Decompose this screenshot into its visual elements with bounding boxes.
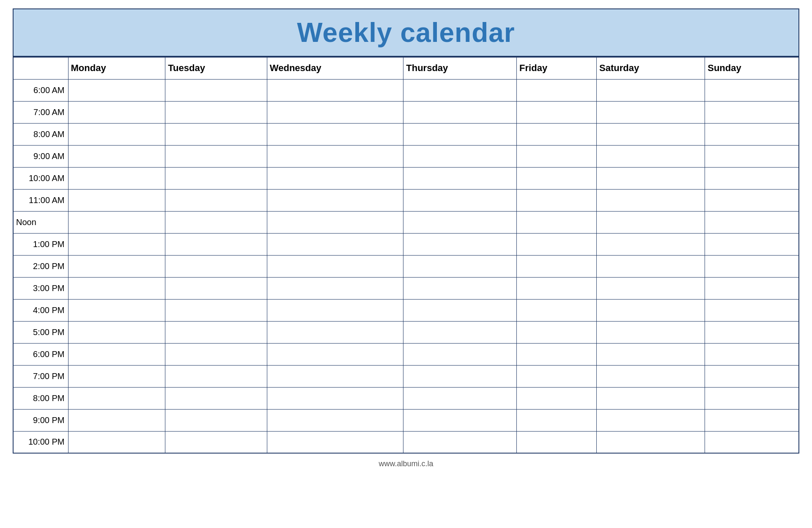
calendar-cell[interactable]: [403, 321, 517, 343]
calendar-cell[interactable]: [597, 189, 705, 211]
calendar-cell[interactable]: [517, 101, 597, 123]
calendar-cell[interactable]: [165, 343, 267, 365]
calendar-cell[interactable]: [68, 145, 165, 167]
calendar-cell[interactable]: [597, 299, 705, 321]
calendar-cell[interactable]: [705, 431, 799, 453]
calendar-cell[interactable]: [165, 277, 267, 299]
calendar-cell[interactable]: [68, 299, 165, 321]
calendar-cell[interactable]: [165, 167, 267, 189]
calendar-cell[interactable]: [165, 233, 267, 255]
calendar-cell[interactable]: [403, 387, 517, 409]
calendar-cell[interactable]: [597, 387, 705, 409]
calendar-cell[interactable]: [705, 321, 799, 343]
calendar-cell[interactable]: [517, 431, 597, 453]
calendar-cell[interactable]: [403, 365, 517, 387]
calendar-cell[interactable]: [403, 123, 517, 145]
calendar-cell[interactable]: [267, 211, 403, 233]
calendar-cell[interactable]: [267, 321, 403, 343]
calendar-cell[interactable]: [517, 343, 597, 365]
calendar-cell[interactable]: [267, 79, 403, 101]
calendar-cell[interactable]: [267, 299, 403, 321]
calendar-cell[interactable]: [267, 145, 403, 167]
calendar-cell[interactable]: [517, 233, 597, 255]
calendar-cell[interactable]: [165, 365, 267, 387]
calendar-cell[interactable]: [597, 277, 705, 299]
calendar-cell[interactable]: [517, 387, 597, 409]
calendar-cell[interactable]: [267, 343, 403, 365]
calendar-cell[interactable]: [267, 409, 403, 431]
calendar-cell[interactable]: [68, 79, 165, 101]
calendar-cell[interactable]: [267, 233, 403, 255]
calendar-cell[interactable]: [267, 387, 403, 409]
calendar-cell[interactable]: [705, 277, 799, 299]
calendar-cell[interactable]: [517, 211, 597, 233]
calendar-cell[interactable]: [267, 101, 403, 123]
calendar-cell[interactable]: [403, 167, 517, 189]
calendar-cell[interactable]: [517, 145, 597, 167]
calendar-cell[interactable]: [705, 387, 799, 409]
calendar-cell[interactable]: [165, 321, 267, 343]
calendar-cell[interactable]: [165, 189, 267, 211]
calendar-cell[interactable]: [705, 79, 799, 101]
calendar-cell[interactable]: [68, 101, 165, 123]
calendar-cell[interactable]: [165, 255, 267, 277]
calendar-cell[interactable]: [597, 365, 705, 387]
calendar-cell[interactable]: [517, 277, 597, 299]
calendar-cell[interactable]: [68, 343, 165, 365]
calendar-cell[interactable]: [68, 431, 165, 453]
calendar-cell[interactable]: [68, 409, 165, 431]
calendar-cell[interactable]: [165, 211, 267, 233]
calendar-cell[interactable]: [705, 211, 799, 233]
calendar-cell[interactable]: [165, 101, 267, 123]
calendar-cell[interactable]: [267, 431, 403, 453]
calendar-cell[interactable]: [705, 343, 799, 365]
calendar-cell[interactable]: [165, 409, 267, 431]
calendar-cell[interactable]: [705, 299, 799, 321]
calendar-cell[interactable]: [705, 101, 799, 123]
calendar-cell[interactable]: [267, 123, 403, 145]
calendar-cell[interactable]: [403, 101, 517, 123]
calendar-cell[interactable]: [267, 167, 403, 189]
calendar-cell[interactable]: [705, 409, 799, 431]
calendar-cell[interactable]: [597, 211, 705, 233]
calendar-cell[interactable]: [403, 255, 517, 277]
calendar-cell[interactable]: [517, 365, 597, 387]
calendar-cell[interactable]: [517, 189, 597, 211]
calendar-cell[interactable]: [68, 277, 165, 299]
calendar-cell[interactable]: [267, 365, 403, 387]
calendar-cell[interactable]: [597, 409, 705, 431]
calendar-cell[interactable]: [403, 189, 517, 211]
calendar-cell[interactable]: [597, 431, 705, 453]
calendar-cell[interactable]: [597, 145, 705, 167]
calendar-cell[interactable]: [403, 79, 517, 101]
calendar-cell[interactable]: [597, 255, 705, 277]
calendar-cell[interactable]: [517, 255, 597, 277]
calendar-cell[interactable]: [403, 211, 517, 233]
calendar-cell[interactable]: [517, 299, 597, 321]
calendar-cell[interactable]: [68, 123, 165, 145]
calendar-cell[interactable]: [68, 167, 165, 189]
calendar-cell[interactable]: [165, 431, 267, 453]
calendar-cell[interactable]: [705, 189, 799, 211]
calendar-cell[interactable]: [705, 233, 799, 255]
calendar-cell[interactable]: [597, 321, 705, 343]
calendar-cell[interactable]: [597, 123, 705, 145]
calendar-cell[interactable]: [267, 255, 403, 277]
calendar-cell[interactable]: [68, 255, 165, 277]
calendar-cell[interactable]: [68, 189, 165, 211]
calendar-cell[interactable]: [68, 233, 165, 255]
calendar-cell[interactable]: [165, 387, 267, 409]
calendar-cell[interactable]: [705, 255, 799, 277]
calendar-cell[interactable]: [267, 277, 403, 299]
calendar-cell[interactable]: [403, 431, 517, 453]
calendar-cell[interactable]: [597, 101, 705, 123]
calendar-cell[interactable]: [517, 167, 597, 189]
calendar-cell[interactable]: [68, 321, 165, 343]
calendar-cell[interactable]: [165, 79, 267, 101]
calendar-cell[interactable]: [403, 145, 517, 167]
calendar-cell[interactable]: [597, 233, 705, 255]
calendar-cell[interactable]: [403, 299, 517, 321]
calendar-cell[interactable]: [403, 409, 517, 431]
calendar-cell[interactable]: [68, 211, 165, 233]
calendar-cell[interactable]: [517, 123, 597, 145]
